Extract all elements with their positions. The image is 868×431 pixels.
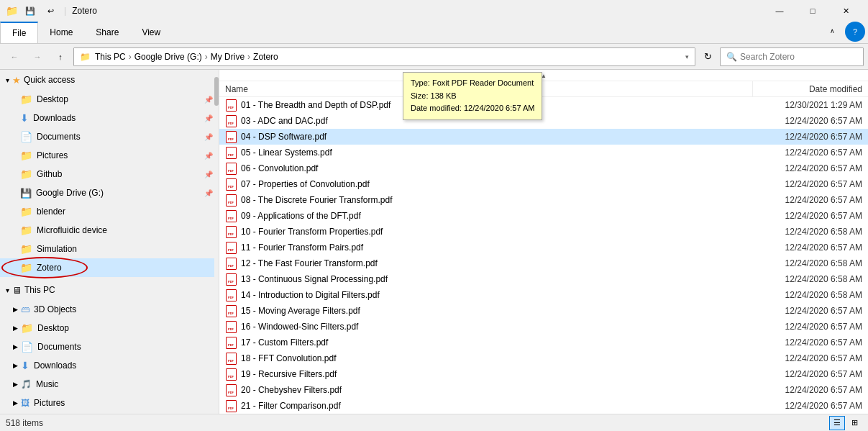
back-button[interactable]: ← [4,47,24,66]
file-date: 12/24/2020 6:58 AM [753,227,868,237]
sidebar-item-pictures2[interactable]: ▶ 🖼 Pictures [0,394,219,412]
sidebar-item-documents2[interactable]: ▶ 📄 Documents [0,337,219,356]
table-row[interactable]: 15 - Moving Average Filters.pdf 12/24/20… [219,303,868,319]
table-row[interactable]: 11 - Fourier Transform Pairs.pdf 12/24/2… [219,240,868,255]
address-bar: ← → ↑ 📁 This PC › Google Drive (G:) › My… [0,44,868,70]
tab-share[interactable]: Share [84,22,130,43]
status-item-count: 518 items [6,418,43,428]
status-bar: 518 items ☰ ⊞ [0,414,868,431]
sidebar-section-quick-access[interactable]: ▾ ★ Quick access [0,70,219,90]
up-button[interactable]: ↑ [50,47,70,66]
sidebar-item-downloads2[interactable]: ▶ ⬇ Downloads [0,356,219,375]
table-row[interactable]: 20 - Chebyshev Filters.pdf 12/24/2020 6:… [219,382,868,398]
title-bar-controls: — □ ✕ [763,0,862,22]
table-row[interactable]: 17 - Custom Filters.pdf 12/24/2020 6:57 … [219,335,868,350]
folder-icon: 📁 [20,224,32,236]
table-row[interactable]: 14 - Introduction to Digital Filters.pdf… [219,287,868,303]
file-name: 14 - Introduction to Digital Filters.pdf [241,290,753,300]
sidebar-item-downloads[interactable]: ⬇ Downloads 📌 [0,109,219,127]
table-row[interactable]: 16 - Windowed-Sinc Filters.pdf 12/24/202… [219,319,868,335]
folder-icon: 📁 [20,168,32,180]
tab-home[interactable]: Home [38,22,84,43]
view-details-button[interactable]: ☰ [829,416,845,430]
table-row[interactable]: 12 - The Fast Fourier Transform.pdf 12/2… [219,255,868,271]
breadcrumb-gdrive[interactable]: Google Drive (G:) [134,52,202,62]
column-header-name[interactable]: Name [219,81,753,96]
sidebar-item-gdrive[interactable]: 💾 Google Drive (G:) 📌 [0,183,219,202]
folder-icon: 📁 [21,322,33,334]
table-row[interactable]: 13 - Continuous Signal Processing.pdf 12… [219,271,868,287]
tab-file[interactable]: File [0,22,38,43]
table-row[interactable]: 03 - ADC and DAC.pdf 12/24/2020 6:57 AM [219,113,868,129]
sidebar-item-3dobjects[interactable]: ▶ 🗃 3D Objects [0,300,219,319]
sidebar-item-github[interactable]: 📁 Github 📌 [0,165,219,183]
main-area: ▾ ★ Quick access 📁 Desktop 📌 ⬇ Downloads… [0,70,868,414]
star-icon: ★ [12,75,21,86]
breadcrumb-dropdown-icon[interactable]: ▾ [685,53,689,60]
forward-button[interactable]: → [27,47,47,66]
breadcrumb-thispc[interactable]: This PC [95,52,126,62]
table-row[interactable]: 07 - Properties of Convolution.pdf 12/24… [219,176,868,192]
table-row[interactable]: 10 - Fourier Transform Properties.pdf 12… [219,224,868,240]
sidebar-item-desktop2[interactable]: ▶ 📁 Desktop [0,319,219,337]
address-box[interactable]: 📁 This PC › Google Drive (G:) › My Drive… [73,47,695,66]
file-name: 06 - Convolution.pdf [241,163,753,173]
sidebar-item-videos[interactable]: ▶ 🎬 Videos [0,412,219,414]
folder-icon: 📁 [20,94,32,105]
sidebar-item-desktop[interactable]: 📁 Desktop 📌 [0,90,219,109]
column-header-date[interactable]: Date modified [753,81,868,96]
ribbon-collapse-btn[interactable]: ∧ [822,22,842,40]
sidebar: ▾ ★ Quick access 📁 Desktop 📌 ⬇ Downloads… [0,70,219,414]
pdf-icon [225,242,237,253]
quick-access-undo-btn[interactable]: ↩ [42,0,58,22]
drive-icon: 💾 [20,188,32,199]
folder-icon: 📁 [20,243,32,255]
file-name: 21 - Filter Comparison.pdf [241,401,753,411]
table-row[interactable]: 08 - The Discrete Fourier Transform.pdf … [219,192,868,208]
search-box-container: 🔍 [720,47,864,66]
file-date: 12/24/2020 6:57 AM [753,385,868,395]
sort-up-arrow: ▲ [541,73,547,79]
table-row[interactable]: 21 - Filter Comparison.pdf 12/24/2020 6:… [219,398,868,414]
sidebar-item-label: Downloads [34,360,76,371]
table-row[interactable]: 09 - Applications of the DFT.pdf 12/24/2… [219,208,868,224]
view-large-button[interactable]: ⊞ [846,416,862,430]
help-button[interactable]: ? [845,22,865,42]
sidebar-item-music[interactable]: ▶ 🎵 Music [0,375,219,394]
table-row[interactable]: 01 - The Breadth and Depth of DSP.pdf 12… [219,97,868,113]
sidebar-item-documents[interactable]: 📄 Documents 📌 [0,127,219,146]
sidebar-thispc-label: This PC [24,285,55,295]
maximize-button[interactable]: □ [796,0,829,22]
table-row[interactable]: 06 - Convolution.pdf 12/24/2020 6:57 AM [219,160,868,176]
sidebar-item-microfluidic[interactable]: 📁 Microfluidic device [0,221,219,240]
breadcrumb-mydrive[interactable]: My Drive [211,52,245,62]
title-bar-left: 📁 💾 ↩ | Zotero [6,0,97,22]
minimize-button[interactable]: — [763,0,796,22]
close-button[interactable]: ✕ [829,0,862,22]
table-row[interactable]: 05 - Linear Systems.pdf 12/24/2020 6:57 … [219,145,868,160]
sidebar-item-zotero[interactable]: 📁 Zotero [0,258,219,277]
table-row[interactable]: 19 - Recursive Filters.pdf 12/24/2020 6:… [219,366,868,382]
refresh-button[interactable]: ↻ [698,47,717,66]
file-date: 12/24/2020 6:57 AM [753,369,868,379]
sidebar-section-thispc[interactable]: ▾ 🖥 This PC [0,280,219,300]
table-row[interactable]: 04 - DSP Software.pdf 12/24/2020 6:57 AM [219,129,868,145]
sidebar-item-pictures[interactable]: 📁 Pictures 📌 [0,146,219,165]
breadcrumb-zotero[interactable]: Zotero [253,52,278,62]
pdf-icon [225,131,237,142]
file-date: 12/24/2020 6:57 AM [753,163,868,173]
sidebar-item-simulation[interactable]: 📁 Simulation [0,240,219,258]
pdf-icon [225,258,237,269]
sidebar-item-label: Pictures [37,150,68,160]
sidebar-item-blender[interactable]: 📁 blender [0,202,219,221]
pin-icon: 📌 [204,152,213,160]
tab-view[interactable]: View [130,22,172,43]
pdf-icon [225,273,237,285]
search-input[interactable] [740,52,857,62]
ribbon: File Home Share View ∧ ? [0,22,868,44]
quick-access-save-btn[interactable]: 💾 [22,0,38,22]
file-date: 12/24/2020 6:57 AM [753,306,868,316]
file-date: 12/24/2020 6:57 AM [753,132,868,142]
pdf-icon [225,226,237,237]
table-row[interactable]: 18 - FFT Convolution.pdf 12/24/2020 6:57… [219,350,868,366]
